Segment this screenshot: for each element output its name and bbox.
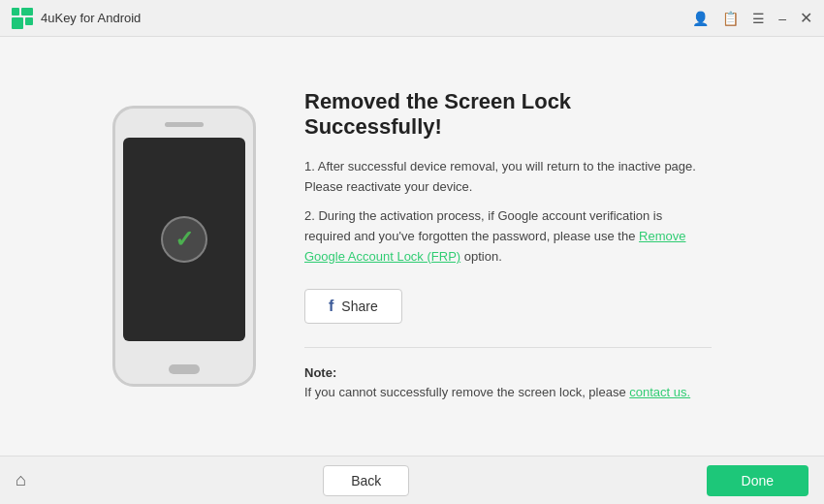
checkmark-icon: ✓ [174, 226, 194, 253]
phone-body: ✓ [112, 106, 256, 387]
note-label: Note: [304, 365, 336, 380]
phone-illustration: ✓ [112, 106, 256, 387]
main-content: ✓ Removed the Screen Lock Successfully! … [0, 37, 824, 456]
step2-text: 2. During the activation process, if Goo… [304, 206, 712, 267]
notes-icon[interactable]: 📋 [722, 11, 739, 26]
svg-rect-0 [12, 8, 19, 16]
success-title: Removed the Screen Lock Successfully! [304, 89, 712, 140]
facebook-icon: f [329, 298, 333, 315]
back-button[interactable]: Back [323, 465, 409, 496]
step1-text: 1. After successful device removal, you … [304, 157, 712, 198]
close-icon[interactable]: ✕ [800, 9, 812, 27]
phone-speaker [165, 122, 204, 127]
bottom-bar: ⌂ Back Done [0, 456, 824, 504]
menu-icon[interactable]: ☰ [752, 11, 765, 26]
contact-link[interactable]: contact us. [629, 385, 690, 399]
note-text: If you cannot successfully remove the sc… [304, 385, 629, 399]
step2-before: 2. During the activation process, if Goo… [304, 208, 662, 243]
done-button[interactable]: Done [707, 465, 808, 496]
app-logo [12, 8, 33, 29]
user-icon[interactable]: 👤 [692, 11, 709, 26]
svg-rect-3 [25, 17, 33, 25]
minimize-icon[interactable]: – [778, 11, 786, 26]
note-section: Note: If you cannot successfully remove … [304, 363, 712, 404]
phone-home-button [169, 364, 200, 374]
check-circle: ✓ [161, 216, 207, 263]
titlebar: 4uKey for Android 👤 📋 ☰ – ✕ [0, 0, 824, 37]
app-title: 4uKey for Android [41, 11, 141, 25]
home-button[interactable]: ⌂ [16, 470, 26, 490]
right-content: Removed the Screen Lock Successfully! 1.… [304, 89, 712, 404]
divider [304, 347, 712, 348]
share-button-label: Share [341, 299, 377, 314]
share-button[interactable]: f Share [304, 289, 402, 324]
svg-rect-2 [12, 17, 23, 29]
svg-rect-1 [21, 8, 33, 16]
titlebar-left: 4uKey for Android [12, 8, 141, 29]
phone-screen: ✓ [123, 138, 245, 341]
step2-after: option. [460, 249, 502, 264]
titlebar-controls: 👤 📋 ☰ – ✕ [692, 9, 812, 27]
